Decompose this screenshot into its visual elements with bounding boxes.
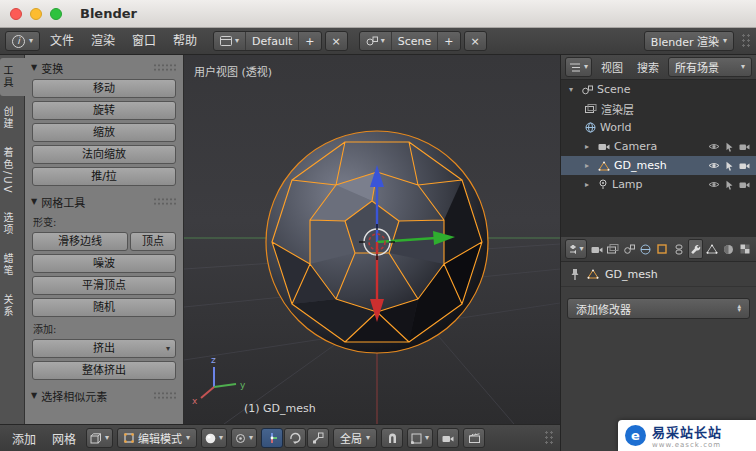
translate-manipulator-icon [266, 432, 278, 444]
manipulator-scale-button[interactable] [307, 428, 329, 448]
outliner-row-scene[interactable]: ▾ Scene [561, 80, 756, 99]
scene-browse-button[interactable]: ▾ [360, 32, 391, 50]
viewport-editor-type-button[interactable]: ▾ [86, 428, 113, 448]
manipulator-rotate-button[interactable] [284, 428, 306, 448]
mode-dropdown[interactable]: 编辑模式 ▾ [117, 428, 197, 448]
tab-shading-uv[interactable]: 着色/UV [0, 140, 25, 202]
outliner-scope-value: 所有场景 [675, 59, 719, 75]
tab-object[interactable] [655, 239, 669, 259]
outliner-row-renderlayers[interactable]: 渲染层 [561, 99, 756, 118]
tab-grease-pencil[interactable]: 蜡笔 [0, 246, 25, 284]
outliner-row-world[interactable]: World [561, 118, 756, 137]
noise-button[interactable]: 噪波 [32, 254, 176, 273]
select-similar-panel-header[interactable]: ▼ 选择相似元素 [31, 387, 177, 404]
viewport-canvas[interactable]: z y x [184, 55, 560, 424]
info-editor-type-button[interactable]: i ▾ [5, 31, 40, 51]
tab-modifiers[interactable] [688, 239, 703, 259]
tab-relations[interactable]: 关系 [0, 287, 25, 325]
breadcrumb-object-name[interactable]: GD_mesh [605, 268, 658, 281]
tab-options[interactable]: 选项 [0, 205, 25, 243]
tab-constraints[interactable] [672, 239, 686, 259]
scene-add-button[interactable]: + [437, 32, 459, 50]
tab-texture[interactable] [738, 239, 752, 259]
screen-layout-delete-button[interactable]: × [325, 31, 348, 51]
transform-panel-header[interactable]: ▼ 变换 [31, 59, 177, 76]
minimize-window-button[interactable] [30, 8, 42, 20]
screen-layout-browse-button[interactable]: ▾ [214, 32, 245, 50]
render-restrict-icon[interactable] [739, 162, 750, 170]
properties-editor-type-button[interactable]: ▾ [565, 239, 587, 259]
tab-render[interactable] [589, 239, 603, 259]
tree-closed-icon[interactable]: ▸ [585, 142, 594, 151]
outliner-row-gd-mesh[interactable]: ▸ GD_mesh [561, 156, 756, 175]
panel-drag-grip[interactable] [153, 63, 177, 72]
outliner-row-camera[interactable]: ▸ Camera [561, 137, 756, 156]
outliner-row-lamp[interactable]: ▸ Lamp [561, 175, 756, 194]
manipulator-translate-button[interactable] [261, 428, 283, 448]
smooth-vertex-button[interactable]: 平滑顶点 [32, 276, 176, 295]
outliner-search-menu[interactable]: 搜索 [632, 59, 664, 75]
opengl-render-anim-button[interactable] [463, 428, 485, 448]
screen-layout-name[interactable]: Default [245, 32, 298, 50]
3d-viewport[interactable]: z y x 用户视图 (透视) (1) GD_mesh [184, 55, 560, 424]
close-window-button[interactable] [10, 8, 22, 20]
add-modifier-dropdown[interactable]: 添加修改器 ▴ ▾ [567, 298, 750, 319]
randomize-button[interactable]: 随机 [32, 298, 176, 317]
snap-toggle-button[interactable] [381, 428, 403, 448]
render-engine-dropdown[interactable]: Blender 渲染 ▾ [644, 31, 734, 51]
cursor-select-icon[interactable] [725, 180, 734, 190]
viewport-shading-dropdown[interactable]: ▾ [201, 428, 227, 448]
shrink-fatten-button[interactable]: 法向缩放 [32, 145, 176, 164]
panel-drag-grip[interactable] [153, 197, 177, 206]
mesh-menu[interactable]: 网格 [46, 430, 82, 447]
menu-render[interactable]: 渲染 [84, 32, 122, 51]
tree-closed-icon[interactable]: ▸ [585, 161, 594, 170]
eye-icon[interactable] [708, 142, 720, 151]
scene-name[interactable]: Scene [391, 32, 438, 50]
rotate-button[interactable]: 旋转 [32, 101, 176, 120]
header-corner-grip[interactable] [544, 430, 554, 446]
pin-icon[interactable] [568, 268, 581, 281]
edge-slide-button[interactable]: 滑移边线 [32, 232, 128, 251]
render-restrict-icon[interactable] [739, 181, 750, 189]
tab-render-layers[interactable] [606, 239, 620, 259]
transform-panel: ▼ 变换 移动 旋转 缩放 法向缩放 推/拉 [31, 59, 177, 186]
tab-object-data[interactable] [705, 239, 719, 259]
opengl-render-button[interactable] [437, 428, 459, 448]
vertex-slide-button[interactable]: 顶点 [130, 232, 176, 251]
outliner-scope-dropdown[interactable]: 所有场景 ▾ [668, 57, 752, 77]
extrude-button[interactable]: 挤出 ▾ [32, 339, 176, 358]
add-menu[interactable]: 添加 [6, 430, 42, 447]
tree-closed-icon[interactable]: ▸ [585, 180, 594, 189]
tab-scene[interactable] [622, 239, 636, 259]
menu-file[interactable]: 文件 [43, 32, 81, 51]
menu-help[interactable]: 帮助 [166, 32, 204, 51]
cursor-select-icon[interactable] [725, 142, 734, 152]
outliner-view-menu[interactable]: 视图 [596, 59, 628, 75]
tab-world[interactable] [639, 239, 653, 259]
mesh-tools-panel-header[interactable]: ▼ 网格工具 [31, 193, 177, 210]
cursor-select-icon[interactable] [725, 161, 734, 171]
panel-drag-grip[interactable] [153, 391, 177, 400]
pivot-point-dropdown[interactable]: ▾ [231, 428, 257, 448]
tab-material[interactable] [721, 239, 735, 259]
tree-open-icon[interactable]: ▾ [569, 85, 578, 94]
eye-icon[interactable] [708, 180, 720, 189]
transform-orientation-dropdown[interactable]: 全局 ▾ [333, 428, 377, 448]
tab-create[interactable]: 创建 [0, 99, 25, 137]
eye-icon[interactable] [708, 161, 720, 170]
menu-window[interactable]: 窗口 [125, 32, 163, 51]
push-pull-button[interactable]: 推/拉 [32, 167, 176, 186]
snap-element-dropdown[interactable]: ▾ [407, 428, 433, 448]
render-restrict-icon[interactable] [739, 143, 750, 151]
scale-button[interactable]: 缩放 [32, 123, 176, 142]
blender-window: Blender i ▾ 文件 渲染 窗口 帮助 ▾ Default + × ▾ … [0, 0, 756, 451]
tab-tools[interactable]: 工具 [0, 58, 25, 96]
zoom-window-button[interactable] [50, 8, 62, 20]
scene-delete-button[interactable]: × [464, 31, 487, 51]
menubar-corner-grip[interactable] [741, 33, 751, 49]
outliner-editor-type-button[interactable]: ▾ [565, 57, 592, 77]
translate-button[interactable]: 移动 [32, 79, 176, 98]
screen-layout-add-button[interactable]: + [298, 32, 320, 50]
extrude-individual-button[interactable]: 整体挤出 [32, 361, 176, 380]
